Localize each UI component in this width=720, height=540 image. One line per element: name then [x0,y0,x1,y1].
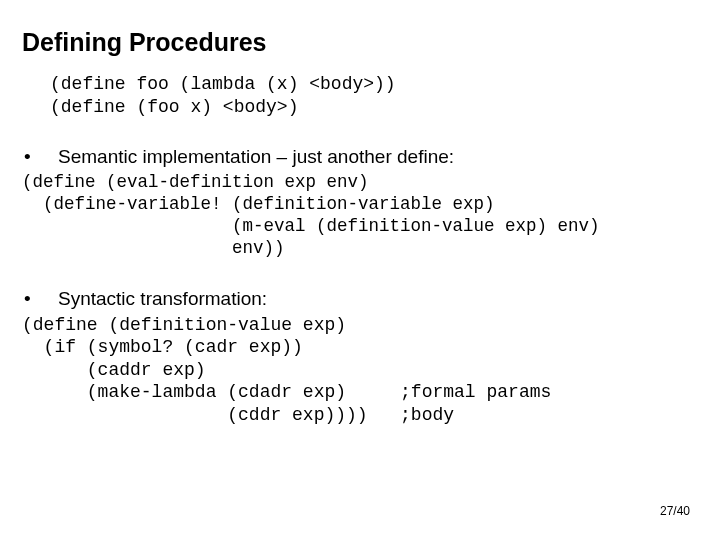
bullet-syntactic: • Syntactic transformation: [22,288,698,310]
code-block-definition-value: (define (definition-value exp) (if (symb… [22,314,698,427]
bullet-semantic: • Semantic implementation – just another… [22,146,698,168]
code-block-eval-definition: (define (eval-definition exp env) (defin… [22,172,698,260]
bullet-dot-icon: • [22,146,58,168]
code-block-define-forms: (define foo (lambda (x) <body>)) (define… [22,73,698,118]
bullet-semantic-text: Semantic implementation – just another d… [58,146,698,168]
bullet-dot-icon: • [22,288,58,310]
page-number: 27/40 [660,504,690,518]
bullet-syntactic-text: Syntactic transformation: [58,288,698,310]
slide-title: Defining Procedures [22,28,698,57]
slide: Defining Procedures (define foo (lambda … [0,0,720,540]
